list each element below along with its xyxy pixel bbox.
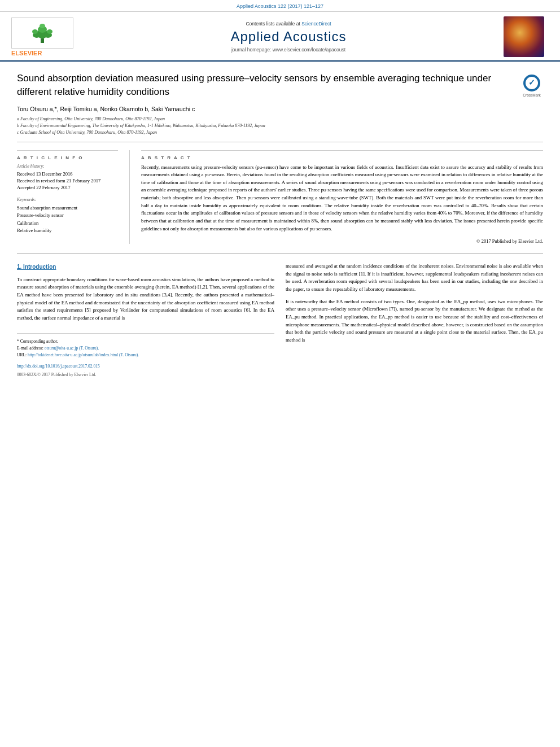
- journal-title: Applied Acoustics: [73, 29, 504, 45]
- intro-col2-p2: It is noteworthy that the EA method cons…: [286, 298, 543, 344]
- received-date: Received 13 December 2016: [17, 171, 118, 177]
- abstract-copyright: © 2017 Published by Elsevier Ltd.: [141, 238, 543, 244]
- svg-point-6: [32, 29, 38, 34]
- sciencedirect-link[interactable]: ScienceDirect: [301, 21, 331, 27]
- affiliation-b: b Faculty of Environmental Engineering, …: [17, 123, 515, 129]
- revised-date: Received in revised form 21 February 201…: [17, 178, 118, 184]
- page: Applied Acoustics 122 (2017) 121–127 ELS…: [0, 0, 560, 747]
- journal-reference-link[interactable]: Applied Acoustics 122 (2017) 121–127: [237, 3, 323, 9]
- crossmark-icon: ✓: [523, 74, 541, 92]
- accepted-date: Accepted 22 February 2017: [17, 185, 118, 190]
- article-info-column: A R T I C L E I N F O Article history: R…: [17, 150, 130, 244]
- crossmark-label: CrossMark: [523, 93, 540, 97]
- contents-available-text: Contents lists available at ScienceDirec…: [73, 21, 504, 27]
- abstract-column: A B S T R A C T Recently, measurements u…: [130, 150, 543, 244]
- journal-thumbnail-image: [504, 16, 544, 57]
- journal-homepage: journal homepage: www.elsevier.com/locat…: [73, 47, 504, 53]
- keyword-3: Calibration: [17, 220, 118, 228]
- article-authors: Toru Otsuru a,*, Reiji Tomiku a, Noriko …: [17, 106, 515, 112]
- email-footnote: E-mail address: otsuru@oita-u.ac.jp (T. …: [17, 345, 274, 352]
- svg-rect-0: [41, 38, 44, 43]
- elsevier-logo-box: [11, 18, 73, 49]
- journal-header-center: Contents lists available at ScienceDirec…: [73, 21, 504, 53]
- url-label: URL:: [17, 352, 27, 357]
- article-info-label: A R T I C L E I N F O: [17, 150, 118, 160]
- journal-thumbnail-area: [504, 16, 549, 57]
- intro-col1-p1: To construct appropriate boundary condit…: [17, 276, 274, 322]
- article-footnotes: * Corresponding author. E-mail address: …: [17, 333, 274, 378]
- keywords-block: Keywords: Sound absorption measurement P…: [17, 197, 118, 235]
- keyword-4: Relative humidity: [17, 227, 118, 235]
- url-link[interactable]: http://tokidenet.hwe.oita-u.ac.jp/otsuru…: [28, 352, 139, 357]
- keyword-1: Sound absorption measurement: [17, 204, 118, 212]
- abstract-text: Recently, measurements using pressure-ve…: [141, 164, 543, 233]
- url-footnote: URL: http://tokidenet.hwe.oita-u.ac.jp/o…: [17, 352, 274, 359]
- article-history-block: Article history: Received 13 December 20…: [17, 164, 118, 190]
- keyword-2: Pressure-velocity sensor: [17, 212, 118, 220]
- elsevier-logo-area: ELSEVIER: [11, 18, 73, 56]
- email-link[interactable]: otsuru@oita-u.ac.jp (T. Otsuru).: [45, 346, 99, 351]
- bottom-copyright: 0003-682X/© 2017 Published by Elsevier L…: [17, 372, 274, 378]
- main-content: Sound absorption deviation measured usin…: [0, 62, 560, 378]
- svg-point-7: [47, 29, 53, 34]
- journal-reference-bar: Applied Acoustics 122 (2017) 121–127: [0, 0, 560, 12]
- article-title-section: Sound absorption deviation measured usin…: [17, 62, 543, 142]
- journal-header: ELSEVIER Contents lists available at Sci…: [0, 12, 560, 62]
- svg-text:✓: ✓: [528, 78, 535, 87]
- abstract-label: A B S T R A C T: [141, 150, 543, 160]
- doi-line: http://dx.doi.org/10.1016/j.apacoust.201…: [17, 363, 274, 370]
- history-label: Article history:: [17, 164, 118, 169]
- article-title: Sound absorption deviation measured usin…: [17, 72, 515, 99]
- corresponding-note: * Corresponding author.: [17, 338, 274, 345]
- introduction-heading: 1. Introduction: [17, 263, 274, 272]
- section-divider: [17, 253, 543, 254]
- article-body: A R T I C L E I N F O Article history: R…: [17, 150, 543, 244]
- affiliations: a Faculty of Engineering, Oita Universit…: [17, 116, 515, 136]
- elsevier-tree-icon: [28, 21, 56, 44]
- crossmark-area[interactable]: ✓ CrossMark: [520, 74, 543, 97]
- elsevier-brand-text: ELSEVIER: [11, 50, 42, 56]
- intro-col2-p1: measured and averaged at the random inci…: [286, 263, 543, 294]
- body-col-right: measured and averaged at the random inci…: [286, 263, 543, 378]
- keywords-label: Keywords:: [17, 197, 118, 202]
- affiliation-a: a Faculty of Engineering, Oita Universit…: [17, 116, 515, 123]
- article-title-area: Sound absorption deviation measured usin…: [17, 72, 515, 136]
- affiliation-c: c Graduate School of Oita University, 70…: [17, 129, 515, 136]
- body-col-left: 1. Introduction To construct appropriate…: [17, 263, 274, 378]
- svg-point-3: [40, 24, 45, 28]
- doi-link[interactable]: http://dx.doi.org/10.1016/j.apacoust.201…: [17, 364, 100, 369]
- body-two-columns: 1. Introduction To construct appropriate…: [17, 263, 543, 378]
- email-label: E-mail address:: [17, 346, 43, 351]
